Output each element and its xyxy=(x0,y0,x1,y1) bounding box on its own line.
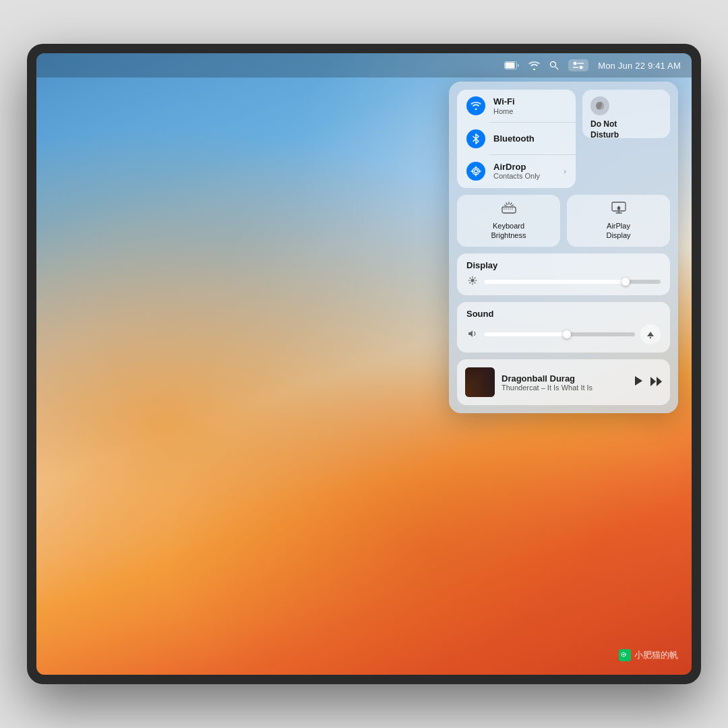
dnd-content: Do NotDisturb xyxy=(590,96,619,140)
display-slider-thumb xyxy=(621,278,630,286)
svg-rect-12 xyxy=(502,207,516,213)
display-slider-fill xyxy=(484,280,626,284)
bluetooth-text: Bluetooth xyxy=(493,133,566,144)
svg-line-3 xyxy=(555,67,558,69)
svg-point-11 xyxy=(475,170,478,173)
search-menubar-icon[interactable] xyxy=(549,61,559,70)
dnd-label: Do NotDisturb xyxy=(590,119,619,140)
svg-point-2 xyxy=(551,62,556,67)
control-center-menubar-button[interactable] xyxy=(568,59,588,71)
dnd-icon xyxy=(590,96,609,115)
svg-line-19 xyxy=(506,203,508,205)
airplay-display-tile[interactable]: AirPlayDisplay xyxy=(567,195,670,247)
laptop-frame: Mon Jun 22 9:41 AM xyxy=(27,44,701,684)
airplay-display-icon xyxy=(611,202,626,217)
do-not-disturb-tile[interactable]: Do NotDisturb xyxy=(582,90,670,138)
svg-line-30 xyxy=(470,278,471,278)
sound-label: Sound xyxy=(466,309,661,319)
screen: Mon Jun 22 9:41 AM xyxy=(36,53,692,675)
bottom-toggle-tiles: KeyboardBrightness AirPlayDisplay xyxy=(457,195,670,247)
svg-point-35 xyxy=(623,654,624,655)
svg-line-22 xyxy=(512,205,514,206)
top-tiles: Wi-Fi Home Bluetooth xyxy=(457,90,670,188)
track-info: Dragonball Durag Thundercat – It Is What… xyxy=(502,373,627,392)
airdrop-name: AirDrop xyxy=(493,162,555,173)
menubar-datetime: Mon Jun 22 9:41 AM xyxy=(598,61,681,71)
airdrop-subtitle: Contacts Only xyxy=(493,172,555,181)
sound-slider-track[interactable] xyxy=(484,332,635,336)
airdrop-text: AirDrop Contacts Only xyxy=(493,162,555,181)
menubar: Mon Jun 22 9:41 AM xyxy=(36,53,692,78)
track-artist: Thundercat – It Is What It Is xyxy=(502,384,627,392)
wifi-subtitle: Home xyxy=(493,107,566,116)
album-art xyxy=(465,367,495,397)
display-slider-section: Display xyxy=(457,253,670,295)
control-center-panel: Wi-Fi Home Bluetooth xyxy=(449,82,678,413)
svg-point-25 xyxy=(471,279,475,282)
battery-icon xyxy=(504,61,519,69)
right-tiles: Do NotDisturb xyxy=(582,90,670,188)
sound-airplay-button[interactable] xyxy=(640,324,661,344)
wifi-menubar-icon xyxy=(528,61,540,70)
display-slider-row xyxy=(466,276,661,287)
airdrop-item[interactable]: AirDrop Contacts Only › xyxy=(457,155,576,188)
sound-slider-section: Sound xyxy=(457,302,670,353)
svg-rect-24 xyxy=(617,208,620,210)
sound-slider-row xyxy=(466,324,661,344)
menubar-right: Mon Jun 22 9:41 AM xyxy=(504,59,681,71)
wifi-text: Wi-Fi Home xyxy=(493,96,566,116)
display-label: Display xyxy=(466,260,661,270)
keyboard-brightness-icon xyxy=(502,202,516,217)
play-button[interactable] xyxy=(634,375,643,389)
wechat-logo xyxy=(619,649,631,661)
bluetooth-item[interactable]: Bluetooth xyxy=(457,123,576,155)
svg-line-32 xyxy=(475,278,475,278)
watermark-text: 小肥猫的帆 xyxy=(634,649,678,661)
skip-button[interactable] xyxy=(650,376,662,389)
svg-point-4 xyxy=(574,62,577,65)
wifi-icon xyxy=(466,96,485,115)
airdrop-chevron: › xyxy=(564,167,566,175)
svg-rect-1 xyxy=(506,63,515,69)
wifi-name: Wi-Fi xyxy=(493,96,566,107)
svg-line-21 xyxy=(510,203,512,205)
brightness-low-icon xyxy=(466,276,479,287)
track-name: Dragonball Durag xyxy=(502,373,627,384)
bluetooth-name: Bluetooth xyxy=(493,133,566,144)
airdrop-icon xyxy=(466,162,485,181)
svg-point-34 xyxy=(650,337,651,338)
sound-slider-thumb xyxy=(563,330,571,338)
keyboard-brightness-label: KeyboardBrightness xyxy=(491,221,526,241)
volume-icon xyxy=(466,329,479,340)
svg-point-8 xyxy=(580,66,583,69)
wifi-item[interactable]: Wi-Fi Home xyxy=(457,90,576,123)
sound-slider-fill xyxy=(484,332,567,336)
connectivity-tile: Wi-Fi Home Bluetooth xyxy=(457,90,576,188)
airplay-display-label: AirPlayDisplay xyxy=(606,221,630,241)
watermark: 小肥猫的帆 xyxy=(619,649,678,661)
now-playing-section: Dragonball Durag Thundercat – It Is What… xyxy=(457,359,670,405)
playback-controls xyxy=(634,375,662,389)
svg-line-31 xyxy=(475,282,475,283)
display-slider-track[interactable] xyxy=(484,280,661,284)
svg-line-20 xyxy=(504,205,506,206)
bluetooth-icon xyxy=(466,129,485,148)
svg-line-33 xyxy=(470,282,471,283)
keyboard-brightness-tile[interactable]: KeyboardBrightness xyxy=(457,195,560,247)
